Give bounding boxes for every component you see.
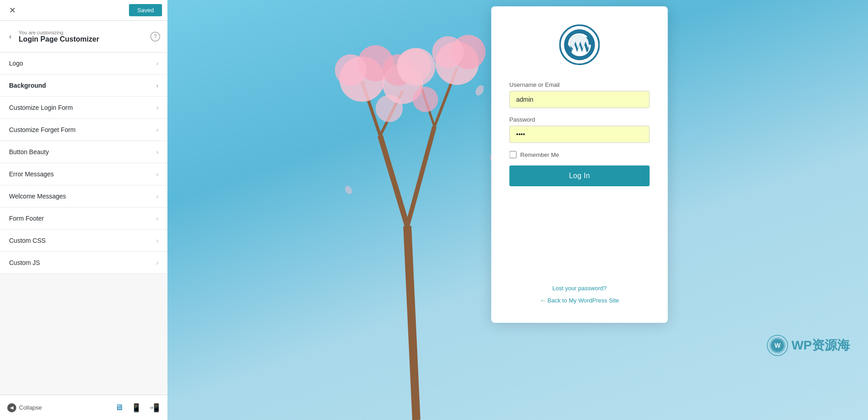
password-label: Password (510, 116, 650, 123)
wordpress-logo (559, 24, 600, 65)
menu-item-custom-js[interactable]: Custom JS› (0, 252, 167, 274)
menu-item-customize-login-form[interactable]: Customize Login Form› (0, 97, 167, 119)
back-to-site-link[interactable]: ← Back to My WordPress Site (510, 297, 650, 304)
page-title: Login Page Customizer (19, 35, 99, 43)
chevron-icon-logo: › (156, 60, 158, 67)
device-icons: 🖥 📱 📲 (114, 402, 160, 414)
watermark-logo-icon: W (766, 334, 789, 357)
chevron-icon-welcome-messages: › (156, 193, 158, 200)
menu-item-button-beauty[interactable]: Button Beauty› (0, 141, 167, 163)
menu-item-label-customize-login-form: Customize Login Form (9, 104, 73, 111)
svg-text:W: W (774, 342, 781, 349)
remember-label: Remember Me (520, 151, 559, 158)
preview-area: Username or Email Password Remember Me L… (167, 0, 868, 420)
username-label: Username or Email (510, 81, 650, 88)
menu-item-customize-forget-form[interactable]: Customize Forget Form› (0, 119, 167, 141)
info-bar: ‹ You are customizing Login Page Customi… (0, 21, 167, 52)
password-group: Password (510, 116, 650, 143)
chevron-icon-form-footer: › (156, 215, 158, 222)
info-text: You are customizing Login Page Customize… (19, 30, 150, 43)
username-group: Username or Email (510, 81, 650, 108)
username-input[interactable] (510, 91, 650, 108)
bottom-bar: ◀ Collapse 🖥 📱 📲 (0, 395, 167, 420)
menu-item-label-custom-js: Custom JS (9, 259, 40, 266)
mobile-icon[interactable]: 📲 (148, 402, 160, 414)
chevron-icon-customize-login-form: › (156, 104, 158, 111)
collapse-label: Collapse (19, 404, 42, 411)
collapse-icon: ◀ (7, 403, 16, 412)
menu-item-welcome-messages[interactable]: Welcome Messages› (0, 185, 167, 208)
menu-item-background[interactable]: Background› (0, 75, 167, 97)
close-button[interactable]: ✕ (5, 4, 19, 17)
back-button[interactable]: ‹ (7, 31, 13, 42)
chevron-icon-button-beauty: › (156, 148, 158, 156)
login-button[interactable]: Log In (510, 165, 650, 186)
top-bar: ✕ Saved (0, 0, 167, 21)
menu-list: Logo›Background›Customize Login Form›Cus… (0, 52, 167, 395)
menu-item-label-welcome-messages: Welcome Messages (9, 193, 66, 200)
menu-item-label-button-beauty: Button Beauty (9, 148, 49, 156)
menu-item-custom-css[interactable]: Custom CSS› (0, 230, 167, 252)
menu-item-label-error-messages: Error Messages (9, 170, 54, 178)
login-card: Username or Email Password Remember Me L… (491, 6, 668, 323)
watermark: W WP资源海 (766, 334, 850, 357)
menu-item-error-messages[interactable]: Error Messages› (0, 163, 167, 185)
chevron-icon-custom-js: › (156, 259, 158, 266)
menu-item-label-background: Background (9, 82, 46, 89)
saved-button[interactable]: Saved (129, 4, 162, 16)
collapse-button[interactable]: ◀ Collapse (7, 403, 42, 412)
lost-password-link[interactable]: Lost your password? (510, 285, 650, 292)
help-icon[interactable]: ? (150, 32, 160, 42)
menu-item-label-custom-css: Custom CSS (9, 237, 46, 244)
desktop-icon[interactable]: 🖥 (114, 402, 124, 413)
chevron-icon-error-messages: › (156, 170, 158, 178)
tablet-icon[interactable]: 📱 (130, 402, 142, 414)
chevron-icon-customize-forget-form: › (156, 126, 158, 133)
menu-item-logo[interactable]: Logo› (0, 52, 167, 75)
customizer-panel: ✕ Saved ‹ You are customizing Login Page… (0, 0, 167, 420)
watermark-text: WP资源海 (792, 337, 850, 354)
menu-item-label-form-footer: Form Footer (9, 215, 44, 222)
customizing-label: You are customizing (19, 30, 150, 35)
remember-checkbox[interactable] (510, 151, 517, 158)
menu-item-label-customize-forget-form: Customize Forget Form (9, 126, 76, 133)
remember-row: Remember Me (510, 151, 650, 158)
menu-item-label-logo: Logo (9, 60, 23, 67)
menu-item-form-footer[interactable]: Form Footer› (0, 208, 167, 230)
chevron-icon-background: › (156, 82, 158, 89)
chevron-icon-custom-css: › (156, 237, 158, 244)
card-footer: Lost your password? ← Back to My WordPre… (510, 285, 650, 309)
password-input[interactable] (510, 126, 650, 143)
